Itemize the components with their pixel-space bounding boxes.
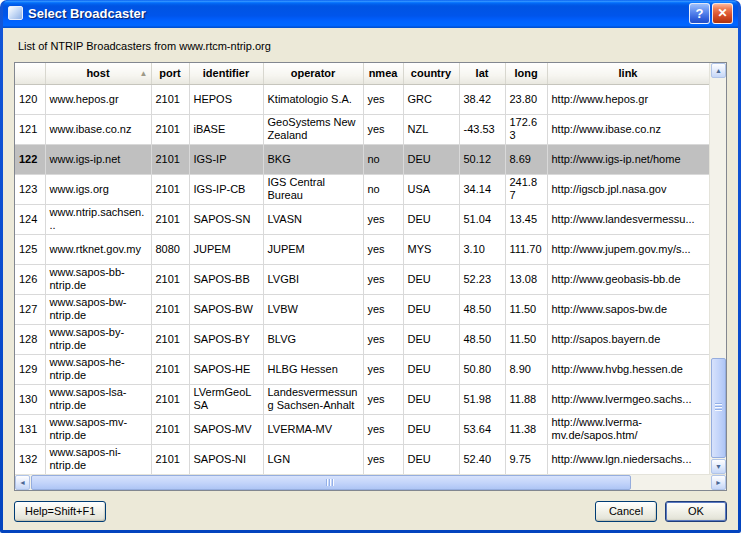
cell-port[interactable]: 2101 xyxy=(151,414,189,444)
row-number-cell[interactable]: 125 xyxy=(15,234,45,264)
cell-lat[interactable]: 53.64 xyxy=(459,414,505,444)
cell-nmea[interactable]: yes xyxy=(363,264,403,294)
scroll-right-button[interactable]: ► xyxy=(711,475,726,490)
cell-nmea[interactable]: yes xyxy=(363,234,403,264)
cell-port[interactable]: 2101 xyxy=(151,324,189,354)
cell-port[interactable]: 2101 xyxy=(151,264,189,294)
cell-operator[interactable]: LVBW xyxy=(263,294,363,324)
row-header-corner[interactable] xyxy=(15,63,45,84)
cell-operator[interactable]: GeoSystems New Zealand xyxy=(263,114,363,144)
cell-identifier[interactable]: LVermGeoLSA xyxy=(189,384,263,414)
cell-identifier[interactable]: SAPOS-NI xyxy=(189,444,263,474)
cell-port[interactable]: 8080 xyxy=(151,234,189,264)
cell-nmea[interactable]: yes xyxy=(363,384,403,414)
cell-port[interactable]: 2101 xyxy=(151,144,189,174)
row-number-cell[interactable]: 130 xyxy=(15,384,45,414)
cell-nmea[interactable]: yes xyxy=(363,204,403,234)
cell-country[interactable]: USA xyxy=(403,174,459,204)
cell-country[interactable]: DEU xyxy=(403,354,459,384)
cell-operator[interactable]: Ktimatologio S.A. xyxy=(263,84,363,114)
cell-link[interactable]: http://www.lverma-mv.de/sapos.htm/ xyxy=(547,414,709,444)
cell-country[interactable]: DEU xyxy=(403,294,459,324)
cell-port[interactable]: 2101 xyxy=(151,294,189,324)
cell-country[interactable]: DEU xyxy=(403,204,459,234)
horizontal-scrollbar-thumb[interactable] xyxy=(31,475,631,490)
cell-identifier[interactable]: IGS-IP-CB xyxy=(189,174,263,204)
cell-port[interactable]: 2101 xyxy=(151,204,189,234)
cell-country[interactable]: DEU xyxy=(403,444,459,474)
cell-lat[interactable]: 34.14 xyxy=(459,174,505,204)
column-header-port[interactable]: port xyxy=(151,63,189,84)
cell-long[interactable]: 11.38 xyxy=(505,414,547,444)
cell-host[interactable]: www.ibase.co.nz xyxy=(45,114,151,144)
cell-operator[interactable]: LVERMA-MV xyxy=(263,414,363,444)
cell-identifier[interactable]: SAPOS-SN xyxy=(189,204,263,234)
table-row[interactable]: 122www.igs-ip.net2101IGS-IPBKGnoDEU50.12… xyxy=(15,144,709,174)
row-number-cell[interactable]: 129 xyxy=(15,354,45,384)
horizontal-scrollbar[interactable]: ◄ ► xyxy=(15,474,726,490)
cell-nmea[interactable]: no xyxy=(363,174,403,204)
cancel-button[interactable]: Cancel xyxy=(595,501,657,522)
cell-host[interactable]: www.sapos-ni-ntrip.de xyxy=(45,444,151,474)
cell-link[interactable]: http://www.igs-ip.net/home xyxy=(547,144,709,174)
table-row[interactable]: 128www.sapos-by-ntrip.de2101SAPOS-BYBLVG… xyxy=(15,324,709,354)
cell-long[interactable]: 9.75 xyxy=(505,444,547,474)
table-row[interactable]: 124www.ntrip.sachsen...2101SAPOS-SNLVASN… xyxy=(15,204,709,234)
cell-identifier[interactable]: iBASE xyxy=(189,114,263,144)
cell-link[interactable]: http://www.jupem.gov.my/s... xyxy=(547,234,709,264)
cell-port[interactable]: 2101 xyxy=(151,444,189,474)
cell-identifier[interactable]: JUPEM xyxy=(189,234,263,264)
cell-link[interactable]: http://www.hvbg.hessen.de xyxy=(547,354,709,384)
cell-operator[interactable]: IGS Central Bureau xyxy=(263,174,363,204)
cell-host[interactable]: www.rtknet.gov.my xyxy=(45,234,151,264)
row-number-cell[interactable]: 127 xyxy=(15,294,45,324)
cell-link[interactable]: http://www.ibase.co.nz xyxy=(547,114,709,144)
cell-country[interactable]: DEU xyxy=(403,384,459,414)
vertical-scrollbar[interactable]: ▲ ▼ xyxy=(709,63,726,474)
cell-country[interactable]: MYS xyxy=(403,234,459,264)
cell-lat[interactable]: 3.10 xyxy=(459,234,505,264)
cell-nmea[interactable]: yes xyxy=(363,324,403,354)
cell-host[interactable]: www.igs.org xyxy=(45,174,151,204)
scroll-up-button[interactable]: ▲ xyxy=(711,63,726,78)
row-number-cell[interactable]: 132 xyxy=(15,444,45,474)
cell-long[interactable]: 172.63 xyxy=(505,114,547,144)
cell-port[interactable]: 2101 xyxy=(151,354,189,384)
cell-link[interactable]: http://www.hepos.gr xyxy=(547,84,709,114)
cell-host[interactable]: www.sapos-bw-ntrip.de xyxy=(45,294,151,324)
cell-long[interactable]: 8.69 xyxy=(505,144,547,174)
cell-country[interactable]: DEU xyxy=(403,414,459,444)
cell-link[interactable]: http://www.geobasis-bb.de xyxy=(547,264,709,294)
cell-identifier[interactable]: IGS-IP xyxy=(189,144,263,174)
cell-link[interactable]: http://www.lvermgeo.sachs... xyxy=(547,384,709,414)
scroll-left-button[interactable]: ◄ xyxy=(15,475,30,490)
cell-port[interactable]: 2101 xyxy=(151,114,189,144)
cell-nmea[interactable]: yes xyxy=(363,294,403,324)
cell-link[interactable]: http://sapos.bayern.de xyxy=(547,324,709,354)
row-number-cell[interactable]: 120 xyxy=(15,84,45,114)
column-header-operator[interactable]: operator xyxy=(263,63,363,84)
cell-link[interactable]: http://igscb.jpl.nasa.gov xyxy=(547,174,709,204)
cell-identifier[interactable]: SAPOS-MV xyxy=(189,414,263,444)
column-header-long[interactable]: long xyxy=(505,63,547,84)
cell-country[interactable]: DEU xyxy=(403,264,459,294)
cell-host[interactable]: www.sapos-mv-ntrip.de xyxy=(45,414,151,444)
cell-identifier[interactable]: SAPOS-BB xyxy=(189,264,263,294)
help-button[interactable]: Help=Shift+F1 xyxy=(14,501,106,522)
cell-identifier[interactable]: SAPOS-BY xyxy=(189,324,263,354)
cell-long[interactable]: 11.88 xyxy=(505,384,547,414)
row-number-cell[interactable]: 128 xyxy=(15,324,45,354)
cell-operator[interactable]: LGN xyxy=(263,444,363,474)
column-header-lat[interactable]: lat xyxy=(459,63,505,84)
cell-lat[interactable]: 52.23 xyxy=(459,264,505,294)
cell-lat[interactable]: 51.98 xyxy=(459,384,505,414)
table-row[interactable]: 130www.sapos-lsa-ntrip.de2101LVermGeoLSA… xyxy=(15,384,709,414)
cell-lat[interactable]: -43.53 xyxy=(459,114,505,144)
table-row[interactable]: 131www.sapos-mv-ntrip.de2101SAPOS-MVLVER… xyxy=(15,414,709,444)
cell-long[interactable]: 8.90 xyxy=(505,354,547,384)
table-row[interactable]: 121www.ibase.co.nz2101iBASEGeoSystems Ne… xyxy=(15,114,709,144)
ok-button[interactable]: OK xyxy=(665,501,727,522)
row-number-cell[interactable]: 121 xyxy=(15,114,45,144)
cell-lat[interactable]: 50.80 xyxy=(459,354,505,384)
cell-lat[interactable]: 52.40 xyxy=(459,444,505,474)
